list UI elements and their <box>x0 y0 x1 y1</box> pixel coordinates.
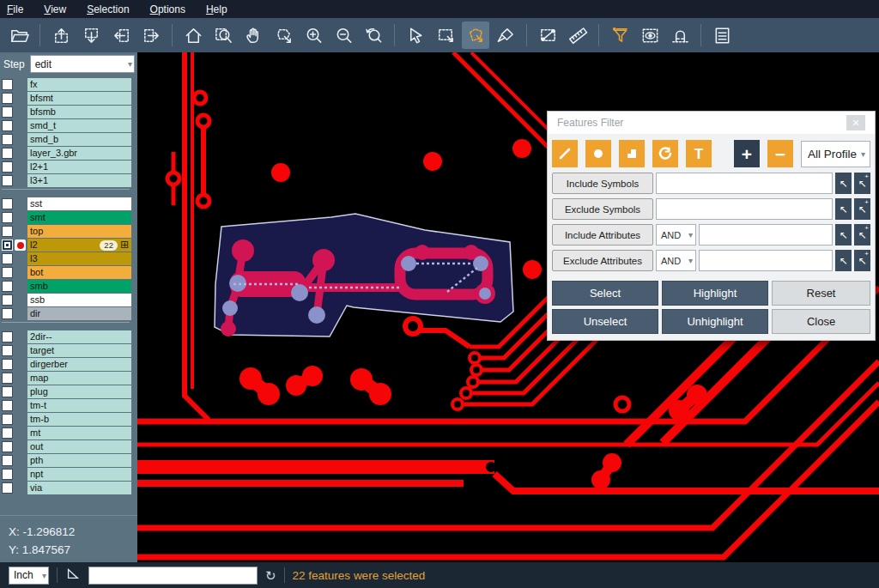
exclude-attributes-button[interactable]: Exclude Attributes <box>552 250 653 271</box>
zoom-out-icon[interactable] <box>330 21 357 49</box>
layer-indicator[interactable] <box>15 482 26 494</box>
layer-indicator[interactable] <box>15 161 26 173</box>
layer-visibility-checkbox[interactable] <box>2 198 13 209</box>
snap-magnet-icon[interactable] <box>666 21 694 49</box>
layer-name[interactable]: map <box>27 372 131 385</box>
layer-indicator[interactable] <box>15 106 26 118</box>
layer-name[interactable]: bfsmb <box>27 106 131 118</box>
pad-feature-button[interactable] <box>585 140 611 167</box>
zoom-polygon-icon[interactable] <box>270 21 297 49</box>
exclude-symbols-field[interactable] <box>656 198 833 220</box>
layer-visibility-checkbox[interactable] <box>2 267 13 278</box>
select-pointer-icon[interactable] <box>402 21 429 49</box>
layer-indicator[interactable] <box>15 308 26 319</box>
layer-name[interactable]: smt <box>27 211 131 224</box>
layer-visibility-checkbox[interactable] <box>2 148 13 159</box>
unselect-button[interactable]: Unselect <box>552 309 658 334</box>
layer-visibility-checkbox[interactable] <box>2 359 13 370</box>
layer-visibility-checkbox[interactable] <box>2 212 13 223</box>
layer-visibility-checkbox[interactable] <box>2 134 13 145</box>
zoom-previous-icon[interactable] <box>360 21 387 49</box>
layer-visibility-checkbox[interactable] <box>2 414 13 425</box>
layer-name[interactable]: npt <box>27 468 131 481</box>
layer-indicator[interactable] <box>15 198 26 209</box>
layer-name[interactable]: smd_t <box>27 119 131 132</box>
layer-name[interactable]: via <box>27 482 131 494</box>
layer-name[interactable]: layer_3.gbr <box>27 147 131 160</box>
pan-down-icon[interactable] <box>77 21 105 49</box>
layer-visibility-checkbox[interactable] <box>2 253 13 264</box>
layer-visibility-checkbox[interactable] <box>2 93 13 104</box>
pan-left-icon[interactable] <box>107 21 135 49</box>
layer-visibility-checkbox[interactable] <box>2 281 13 292</box>
layer-visibility-checkbox[interactable] <box>2 161 13 173</box>
pick-add-attribute-icon[interactable]: ↖+ <box>854 224 870 246</box>
layer-visibility-checkbox[interactable] <box>2 120 13 131</box>
layer-indicator[interactable] <box>15 79 26 90</box>
layer-visibility-checkbox[interactable] <box>2 226 13 237</box>
layer-indicator[interactable] <box>15 469 26 480</box>
layer-indicator[interactable] <box>15 331 26 342</box>
layer-indicator[interactable] <box>15 345 26 356</box>
layer-indicator[interactable] <box>15 267 26 278</box>
layer-grid-icon[interactable]: ⊞ <box>120 239 129 251</box>
layer-name[interactable]: ssb <box>27 294 131 306</box>
layer-name[interactable]: sst <box>27 197 131 210</box>
pick-attribute-icon[interactable]: ↖ <box>835 224 852 246</box>
layer-name[interactable]: smb <box>27 280 131 293</box>
layer-name[interactable]: plug <box>27 385 131 398</box>
pick-attribute-icon[interactable]: ↖ <box>835 250 852 271</box>
layer-indicator[interactable] <box>15 148 26 159</box>
menu-item-options[interactable]: Options <box>150 3 185 15</box>
highlight-button[interactable]: Highlight <box>662 281 768 306</box>
layer-indicator[interactable] <box>15 281 26 292</box>
include-attributes-field[interactable] <box>699 224 833 246</box>
layer-name[interactable]: dir <box>27 307 131 320</box>
layer-name[interactable]: fx <box>27 78 131 91</box>
layer-indicator[interactable] <box>15 120 26 131</box>
pick-add-symbol-icon[interactable]: ↖+ <box>854 173 870 194</box>
layer-visibility-checkbox[interactable] <box>2 373 13 384</box>
layer-name[interactable]: tm-t <box>27 399 131 412</box>
exclude-attributes-operator[interactable]: AND▾ <box>656 250 696 271</box>
layer-indicator[interactable] <box>15 212 26 223</box>
exclude-symbols-button[interactable]: Exclude Symbols <box>552 198 653 220</box>
layer-indicator[interactable] <box>15 414 26 425</box>
layer-visibility-checkbox[interactable] <box>2 331 13 342</box>
clear-brush-icon[interactable] <box>492 21 519 49</box>
layer-name[interactable]: top <box>27 225 131 238</box>
pan-hand-icon[interactable] <box>239 21 267 49</box>
measure-distance-icon[interactable] <box>534 21 561 49</box>
unhighlight-button[interactable]: Unhighlight <box>662 309 768 334</box>
layer-name[interactable]: smd_b <box>27 133 131 146</box>
refresh-icon[interactable]: ↻ <box>265 569 276 582</box>
layer-indicator[interactable] <box>15 359 26 370</box>
layer-name[interactable]: out <box>27 440 131 453</box>
text-feature-button[interactable]: T <box>686 140 712 167</box>
features-filter-icon[interactable] <box>606 21 633 49</box>
layer-visibility-checkbox[interactable] <box>2 175 13 186</box>
active-layer-indicator[interactable] <box>15 239 26 251</box>
zoom-home-icon[interactable] <box>179 21 207 49</box>
layer-indicator[interactable] <box>15 226 26 237</box>
layer-name[interactable]: l3+1 <box>27 174 131 187</box>
layer-indicator[interactable] <box>15 441 26 452</box>
menu-item-file[interactable]: File <box>7 3 23 15</box>
include-attributes-operator[interactable]: AND▾ <box>656 224 696 246</box>
layer-name[interactable]: l2+1 <box>27 161 131 173</box>
dialog-title-bar[interactable]: Features Filter ✕ <box>548 112 875 134</box>
layer-name[interactable]: bfsmt <box>27 92 131 105</box>
show-selection-icon[interactable] <box>636 21 664 49</box>
layer-visibility-checkbox[interactable] <box>2 441 13 452</box>
layer-visibility-checkbox[interactable] <box>2 294 13 306</box>
menu-item-view[interactable]: View <box>44 3 66 15</box>
layer-visibility-checkbox[interactable] <box>2 400 13 411</box>
surface-feature-button[interactable] <box>619 140 645 167</box>
menu-item-selection[interactable]: Selection <box>87 3 129 15</box>
layer-name[interactable]: target <box>27 344 131 357</box>
close-icon[interactable]: ✕ <box>846 115 865 130</box>
include-attributes-button[interactable]: Include Attributes <box>552 224 653 246</box>
layer-indicator[interactable] <box>15 455 26 466</box>
pick-symbol-icon[interactable]: ↖ <box>835 198 852 220</box>
include-symbols-button[interactable]: Include Symbols <box>552 173 653 194</box>
